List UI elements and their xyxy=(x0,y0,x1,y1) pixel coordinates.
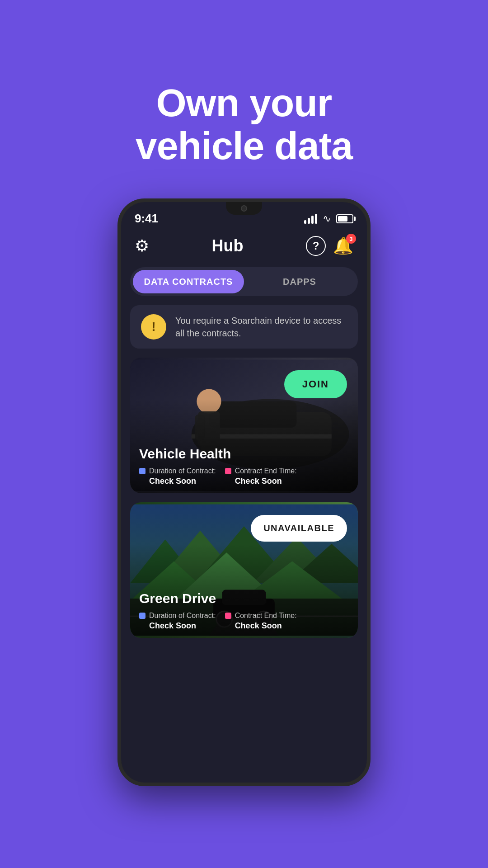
end-time-label-2: Contract End Time: xyxy=(235,612,297,620)
join-button[interactable]: JOIN xyxy=(284,370,347,398)
end-time-dot xyxy=(225,468,231,474)
end-time-meta: Contract End Time: Check Soon xyxy=(225,467,297,486)
duration-meta: Duration of Contract: Check Soon xyxy=(139,467,216,486)
duration-value-2: Check Soon xyxy=(139,621,216,631)
warning-text: You require a Soarchain device to access… xyxy=(175,314,347,340)
card-vehicle-health: JOIN Vehicle Health Duration of Contract… xyxy=(130,358,358,493)
notifications-button[interactable]: 🔔 3 xyxy=(333,236,353,255)
card-green-drive-bottom: Green Drive Duration of Contract: Check … xyxy=(130,584,358,638)
battery-icon xyxy=(336,214,353,223)
settings-icon[interactable]: ⚙ xyxy=(135,236,149,255)
hero-title: Own your vehicle data xyxy=(136,81,352,167)
duration-meta-2: Duration of Contract: Check Soon xyxy=(139,612,216,631)
help-button[interactable]: ? xyxy=(306,236,326,256)
card-vehicle-health-bottom: Vehicle Health Duration of Contract: Che… xyxy=(130,439,358,493)
phone-mockup: 9:41 ∿ ⚙ Hub ? 🔔 xyxy=(117,198,371,786)
card-green-drive-title: Green Drive xyxy=(139,591,349,606)
card-vehicle-health-meta: Duration of Contract: Check Soon Contrac… xyxy=(139,467,349,486)
phone-notch xyxy=(226,202,262,215)
warning-icon: ! xyxy=(141,314,166,340)
card-green-drive: UNAVAILABLE Green Drive Duration of Cont… xyxy=(130,502,358,638)
tabs-container: DATA CONTRACTS DAPPS xyxy=(130,267,358,296)
cards-list: JOIN Vehicle Health Duration of Contract… xyxy=(121,358,367,783)
tab-data-contracts[interactable]: DATA CONTRACTS xyxy=(133,270,244,293)
duration-label: Duration of Contract: xyxy=(149,467,216,475)
end-time-dot-2 xyxy=(225,613,231,619)
volume-button xyxy=(369,347,371,374)
phone-camera xyxy=(241,205,247,212)
hero-section: Own your vehicle data xyxy=(136,41,352,167)
duration-dot xyxy=(139,468,145,474)
status-time: 9:41 xyxy=(135,212,158,226)
signal-icon xyxy=(304,214,317,224)
header-actions: ? 🔔 3 xyxy=(306,236,353,256)
app-header: ⚙ Hub ? 🔔 3 xyxy=(121,227,367,265)
end-time-value: Check Soon xyxy=(225,476,297,486)
end-time-label: Contract End Time: xyxy=(235,467,297,475)
tab-dapps[interactable]: DAPPS xyxy=(244,270,355,293)
phone-screen: 9:41 ∿ ⚙ Hub ? 🔔 xyxy=(121,202,367,783)
status-icons: ∿ xyxy=(304,213,353,225)
duration-value: Check Soon xyxy=(139,476,216,486)
duration-dot-2 xyxy=(139,613,145,619)
end-time-value-2: Check Soon xyxy=(225,621,297,631)
notification-badge: 3 xyxy=(346,234,356,244)
duration-label-2: Duration of Contract: xyxy=(149,612,216,620)
unavailable-button[interactable]: UNAVAILABLE xyxy=(251,515,347,542)
app-title: Hub xyxy=(212,236,244,255)
warning-banner: ! You require a Soarchain device to acce… xyxy=(130,305,358,349)
card-vehicle-health-title: Vehicle Health xyxy=(139,446,349,462)
end-time-meta-2: Contract End Time: Check Soon xyxy=(225,612,297,631)
card-green-drive-meta: Duration of Contract: Check Soon Contrac… xyxy=(139,612,349,631)
power-button xyxy=(369,292,371,329)
wifi-icon: ∿ xyxy=(323,213,331,225)
